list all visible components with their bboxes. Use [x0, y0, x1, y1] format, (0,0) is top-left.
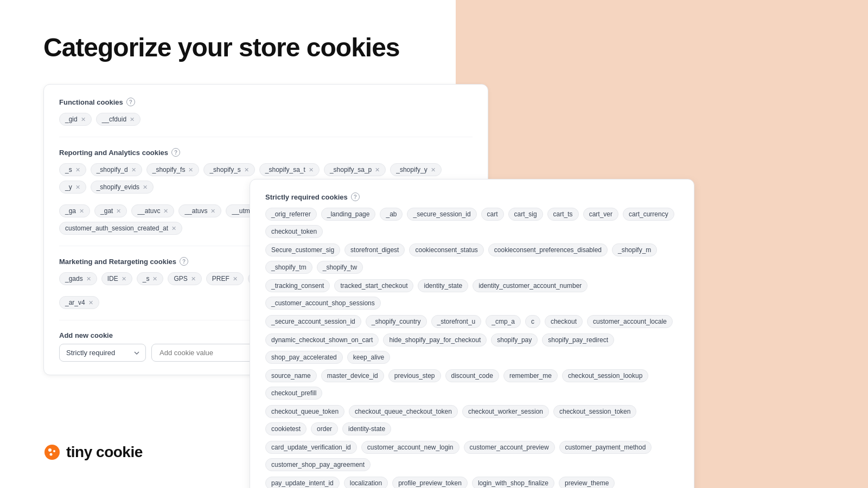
strictly-required-label: Strictly required cookies ? — [265, 192, 679, 201]
analytics-cookies-label: Reporting and Analytics cookies ? — [59, 148, 473, 157]
strict-row5: dynamic_checkout_shown_on_cart hide_shop… — [265, 333, 679, 364]
svg-point-3 — [50, 453, 53, 456]
strictly-required-panel: Strictly required cookies ? _orig_referr… — [250, 179, 694, 488]
tag-ide: IDE✕ — [101, 272, 132, 285]
tag-gat: _gat✕ — [94, 204, 127, 217]
logo: Tiny cookie — [43, 444, 143, 461]
tag-ga: _ga✕ — [59, 204, 90, 217]
tag-atuvs: __atuvs✕ — [178, 204, 221, 217]
remove-gid[interactable]: ✕ — [81, 117, 86, 123]
logo-text: Tiny cookie — [66, 444, 143, 461]
logo-icon — [43, 444, 61, 461]
strict-row3: _tracking_consent tracked_start_checkout… — [265, 279, 679, 310]
svg-point-2 — [53, 450, 55, 452]
strict-row1: _orig_referrer _landing_page _ab _secure… — [265, 208, 679, 238]
tag-customer-auth-session: customer_auth_session_created_at✕ — [59, 222, 182, 235]
tag-shopify-sa-t: _shopify_sa_t✕ — [259, 163, 320, 176]
tag-shopify-sa-p: _shopify_sa_p✕ — [324, 163, 386, 176]
page-title: Categorize your store cookies — [43, 33, 825, 62]
tag-cfduid: __cfduid ✕ — [96, 113, 141, 126]
strict-row8: card_update_verification_id customer_acc… — [265, 441, 679, 471]
tag-shopify-evids: _shopify_evids✕ — [91, 181, 154, 194]
functional-help-icon[interactable]: ? — [126, 98, 135, 106]
strictly-required-help-icon[interactable]: ? — [351, 192, 360, 201]
category-dropdown[interactable]: Strictly required Functional Analytics M… — [59, 344, 146, 362]
svg-point-0 — [44, 445, 60, 460]
remove-cfduid[interactable]: ✕ — [130, 117, 135, 123]
tag-atuvc: __atuvc✕ — [131, 204, 174, 217]
marketing-help-icon[interactable]: ? — [180, 257, 188, 266]
tag-shopify-s: _shopify_s✕ — [203, 163, 254, 176]
strict-row7: checkout_queue_token checkout_queue_chec… — [265, 405, 679, 435]
tag-gid: _gid ✕ — [59, 113, 92, 126]
tag-gads: _gads✕ — [59, 272, 97, 285]
tag-shopify-y: _shopify_y✕ — [390, 163, 441, 176]
tag-y: _y✕ — [59, 181, 86, 194]
strict-row6: source_name master_device_id previous_st… — [265, 369, 679, 400]
svg-point-1 — [48, 448, 52, 452]
analytics-help-icon[interactable]: ? — [171, 148, 180, 157]
strict-row2: Secure_customer_sig storefront_digest co… — [265, 243, 679, 274]
tag-shopify-d: _shopify_d✕ — [91, 163, 142, 176]
divider-1 — [59, 137, 473, 137]
tag-gps: GPS✕ — [168, 272, 201, 285]
cookie-value-input[interactable] — [151, 344, 260, 362]
tag-ar-v4: _ar_v4✕ — [59, 296, 99, 309]
functional-cookies-label: Functional cookies ? — [59, 98, 473, 106]
tag-shopify-fs: _shopify_fs✕ — [146, 163, 200, 176]
functional-tags-row: _gid ✕ __cfduid ✕ — [59, 113, 473, 126]
tag-s: _s✕ — [59, 163, 86, 176]
strict-row4: _secure_account_session_id _shopify_coun… — [265, 315, 679, 328]
tag-pref: PREF✕ — [206, 272, 244, 285]
strict-row9: pay_update_intent_id localization profil… — [265, 477, 679, 488]
tag-s-mkt: _s✕ — [137, 272, 164, 285]
